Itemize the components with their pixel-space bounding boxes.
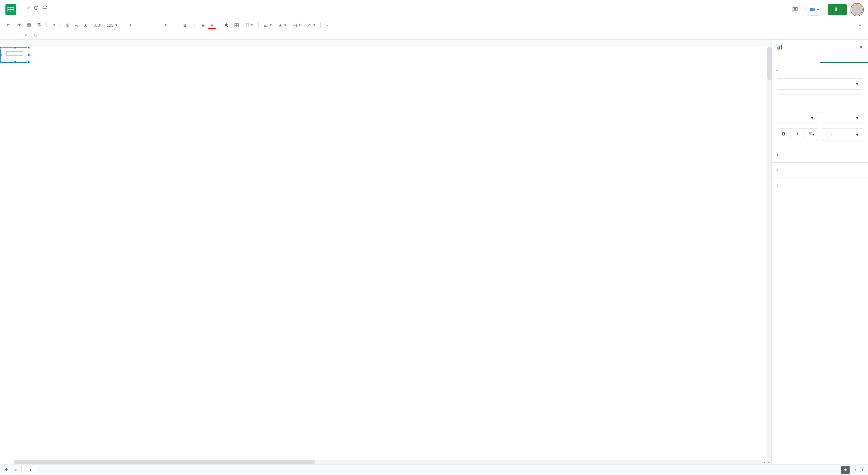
percent-button[interactable]: % [72, 21, 81, 30]
menu-format[interactable] [41, 12, 46, 14]
sheets-icon[interactable] [5, 4, 17, 15]
horizontal-align-button[interactable]: ▼ [261, 22, 275, 29]
resize-handle[interactable] [0, 54, 2, 56]
user-avatar[interactable] [851, 4, 863, 15]
svg-rect-16 [247, 24, 248, 27]
fill-color-button[interactable] [221, 21, 231, 30]
chevron-right-icon: › [777, 152, 778, 158]
resize-handle[interactable] [13, 61, 16, 64]
font-size-select[interactable]: ▼ [161, 22, 176, 28]
menu-data[interactable] [46, 12, 51, 14]
fx-icon: fx [30, 33, 41, 38]
redo-button[interactable] [14, 21, 24, 30]
svg-point-11 [227, 26, 228, 27]
section-series[interactable]: › [772, 147, 868, 162]
section-legend[interactable]: › [772, 163, 868, 178]
scroll-left-arrow[interactable]: ◂ [762, 460, 767, 464]
close-sidebar-icon[interactable]: ✕ [859, 44, 863, 50]
currency-button[interactable]: $ [63, 21, 72, 30]
undo-button[interactable] [4, 21, 13, 30]
paint-format-button[interactable] [34, 21, 44, 30]
sheet-nav-left[interactable]: ‹ [853, 466, 857, 473]
strikethrough-button[interactable]: S [199, 21, 207, 30]
resize-handle[interactable] [13, 46, 16, 49]
explore-button[interactable] [841, 466, 849, 474]
menu-help[interactable] [63, 12, 67, 14]
toolbar: ▼ $ % .0↓ .00↑ 123▼ ▼ ▼ B I S A ▼ ▼ ▼ ▼ … [0, 19, 868, 31]
bold-button[interactable]: B [181, 21, 189, 30]
text-color-button[interactable]: A [208, 22, 216, 29]
share-button[interactable] [828, 4, 847, 15]
svg-rect-23 [778, 47, 778, 50]
formula-bar: ▼ fx [0, 31, 868, 40]
menu-view[interactable] [30, 12, 35, 14]
format-italic-button[interactable]: I [791, 129, 805, 140]
print-button[interactable] [24, 21, 34, 30]
resize-handle[interactable] [0, 46, 2, 49]
name-box[interactable]: ▼ [0, 31, 30, 39]
sheet-nav-right[interactable]: › [861, 466, 864, 473]
collapse-toolbar-button[interactable] [855, 21, 864, 30]
cloud-status-icon[interactable] [42, 5, 48, 11]
chart-editor-icon [777, 44, 783, 50]
add-sheet-button[interactable]: + [4, 465, 10, 474]
scroll-right-arrow[interactable]: ▸ [767, 460, 772, 464]
formula-input[interactable] [41, 31, 868, 39]
move-icon[interactable] [34, 5, 38, 11]
star-icon[interactable]: ☆ [27, 5, 30, 11]
menu-extensions[interactable] [57, 12, 62, 14]
decrease-decimal-button[interactable]: .0↓ [82, 21, 91, 30]
meet-button[interactable]: ▼ [805, 4, 824, 15]
title-bar: ☆ ▼ [0, 0, 868, 19]
menu-file[interactable] [19, 12, 24, 14]
sheet-tab[interactable]: ▼ [22, 466, 37, 474]
vertical-scrollbar[interactable] [767, 47, 772, 460]
title-font-select[interactable]: ▼ [777, 112, 818, 124]
resize-handle[interactable] [0, 61, 2, 64]
chevron-right-icon: › [777, 183, 778, 188]
section-chart-axis-titles[interactable]: › [772, 63, 868, 78]
title-font-size-select[interactable]: ▼ [822, 112, 864, 124]
title-text-input[interactable] [777, 95, 863, 107]
svg-rect-7 [835, 7, 837, 8]
vertical-align-button[interactable]: ▼ [276, 22, 289, 29]
merge-button[interactable]: ▼ [242, 22, 256, 29]
text-rotate-button[interactable]: ▼ [304, 22, 318, 29]
more-formats-button[interactable]: 123▼ [104, 22, 120, 29]
chart-menu-icon[interactable]: ⋮ [23, 49, 27, 53]
more-toolbar-button[interactable]: ⋯ [323, 21, 332, 30]
chevron-down-icon: › [775, 70, 780, 71]
all-sheets-button[interactable]: ≡ [13, 466, 18, 473]
tab-customize[interactable] [820, 55, 868, 63]
title-color-select[interactable]: ▼ [822, 128, 864, 141]
text-wrap-button[interactable]: ▼ [290, 22, 304, 29]
format-bold-button[interactable]: B [777, 129, 791, 140]
svg-rect-25 [781, 45, 782, 50]
tab-setup[interactable] [772, 55, 820, 63]
borders-button[interactable] [232, 21, 241, 30]
increase-decimal-button[interactable]: .00↑ [92, 21, 103, 30]
section-horizontal-axis[interactable]: › [772, 178, 868, 193]
resize-handle[interactable] [27, 61, 30, 64]
comments-icon[interactable] [789, 4, 801, 15]
document-title[interactable] [19, 7, 23, 9]
chart-title-input[interactable] [6, 51, 23, 56]
font-select[interactable]: ▼ [125, 22, 156, 28]
italic-button[interactable]: I [190, 21, 198, 30]
spreadsheet-grid[interactable]: ⋮ ◂ ▸ [0, 40, 772, 464]
chart-editor-sidebar: ✕ › ▼ [772, 40, 868, 464]
sheet-scroll-arrows: ◂ ▸ [762, 460, 772, 464]
format-align-button[interactable]: ▾ [804, 129, 818, 140]
menu-insert[interactable] [36, 12, 40, 14]
sheet-tab-bar: + ≡ ▼ ‹ › [0, 464, 868, 475]
svg-rect-24 [779, 46, 780, 50]
resize-handle[interactable] [27, 46, 30, 49]
title-type-select[interactable]: ▼ [777, 78, 863, 90]
zoom-select[interactable]: ▼ [49, 22, 58, 28]
menu-tools[interactable] [52, 12, 57, 14]
chevron-right-icon: › [777, 167, 778, 173]
menu-edit[interactable] [25, 12, 30, 14]
embedded-chart[interactable]: ⋮ [0, 47, 29, 63]
resize-handle[interactable] [27, 54, 30, 56]
horizontal-scrollbar[interactable] [14, 460, 767, 464]
